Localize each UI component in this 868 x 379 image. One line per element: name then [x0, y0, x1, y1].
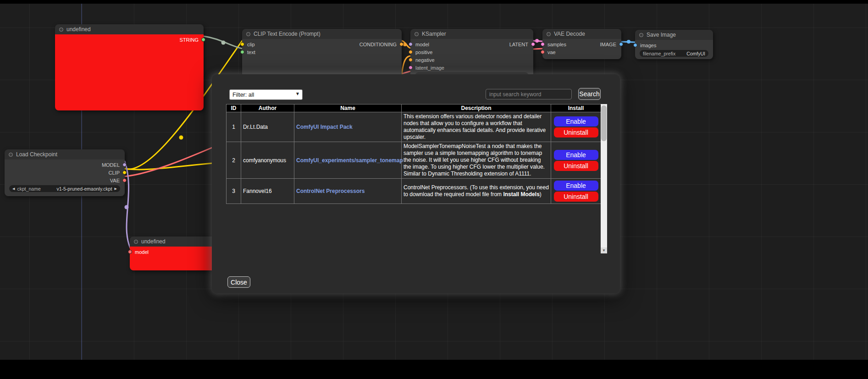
- node-title: undefined: [66, 26, 91, 33]
- extension-link[interactable]: ComfyUI_experiments/sampler_tonemap: [296, 157, 403, 164]
- collapse-dot-icon[interactable]: [9, 153, 13, 157]
- model-input-slot[interactable]: model: [128, 248, 149, 256]
- input-dot[interactable]: [409, 58, 413, 62]
- input-label: model: [415, 42, 429, 47]
- conditioning-output-slot[interactable]: CONDITIONING: [359, 40, 404, 48]
- clip-output-slot[interactable]: CLIP: [109, 169, 127, 176]
- extension-name-cell: ControlNet Preprocessors: [294, 179, 402, 204]
- output-dot[interactable]: [531, 42, 535, 46]
- collapse-dot-icon[interactable]: [547, 32, 551, 36]
- extension-author: Dr.Lt.Data: [241, 112, 294, 142]
- widget-label: ckpt_name: [17, 186, 40, 192]
- ckpt_name-widget[interactable]: ◀ckpt_namev1-5-pruned-emaonly.ckpt▶: [9, 185, 120, 192]
- input-label: latent_image: [415, 65, 444, 71]
- table-scrollbar[interactable]: ▼: [601, 104, 607, 253]
- column-header-name: Name: [294, 104, 402, 112]
- vae-input-slot[interactable]: vae: [541, 48, 556, 56]
- extension-id: 3: [227, 179, 241, 204]
- output-label: VAE: [110, 178, 120, 183]
- enable-button[interactable]: Enable: [554, 181, 598, 191]
- node-save-image[interactable]: Save Image imagesfilename_prefixComfyUI: [635, 30, 713, 59]
- uninstall-button[interactable]: Uninstall: [554, 127, 598, 137]
- filename_prefix-widget[interactable]: filename_prefixComfyUI: [640, 50, 708, 57]
- extension-author: comfyanonymous: [241, 142, 294, 179]
- node-body: imagesfilename_prefixComfyUI: [635, 40, 713, 59]
- scroll-down-arrow-icon[interactable]: ▼: [601, 247, 607, 253]
- extension-table-head-row: IDAuthorNameDescriptionInstall: [227, 104, 601, 112]
- output-dot[interactable]: [122, 170, 127, 175]
- collapse-dot-icon[interactable]: [639, 33, 643, 37]
- input-label: model: [135, 249, 149, 255]
- input-label: vae: [547, 49, 556, 55]
- node-header[interactable]: Load Checkpoint: [5, 149, 125, 159]
- input-dot[interactable]: [541, 50, 545, 54]
- node-header[interactable]: VAE Decode: [542, 29, 621, 39]
- extension-install-cell: EnableUninstall: [551, 112, 601, 142]
- search-input[interactable]: [486, 89, 572, 99]
- decrement-arrow-icon[interactable]: ◀: [12, 187, 15, 191]
- node-header[interactable]: undefined: [55, 24, 204, 34]
- vae-output-slot[interactable]: VAE: [110, 176, 127, 184]
- output-dot[interactable]: [122, 178, 127, 182]
- output-label: CLIP: [109, 170, 120, 176]
- negative-input-slot[interactable]: negative: [409, 56, 435, 64]
- output-dot[interactable]: [122, 163, 127, 167]
- input-dot[interactable]: [409, 50, 413, 54]
- output-label: CONDITIONING: [359, 42, 397, 47]
- model-input-slot[interactable]: model: [409, 40, 429, 48]
- collapse-dot-icon[interactable]: [415, 32, 419, 36]
- input-dot[interactable]: [633, 43, 637, 47]
- extension-id: 1: [227, 112, 241, 142]
- enable-button[interactable]: Enable: [554, 150, 598, 160]
- increment-arrow-icon[interactable]: ▶: [115, 187, 117, 191]
- scrollbar-thumb[interactable]: [601, 105, 607, 141]
- output-dot[interactable]: [201, 38, 205, 42]
- collapse-dot-icon[interactable]: [59, 27, 63, 32]
- uninstall-button[interactable]: Uninstall: [554, 161, 598, 171]
- output-dot[interactable]: [619, 42, 623, 46]
- extension-description: ModelSamplerTonemapNoiseTest a node that…: [402, 142, 551, 179]
- close-button[interactable]: Close: [227, 276, 250, 288]
- input-dot[interactable]: [128, 250, 132, 254]
- column-header-author: Author: [241, 104, 294, 112]
- input-dot[interactable]: [541, 42, 545, 46]
- collapse-dot-icon[interactable]: [246, 32, 250, 36]
- output-dot[interactable]: [399, 42, 404, 46]
- node-vae-decode[interactable]: VAE Decode samplesIMAGEvae: [542, 29, 621, 59]
- node-title: Save Image: [647, 32, 676, 38]
- extension-link[interactable]: ComfyUI Impact Pack: [296, 124, 353, 130]
- wire-midpoint-dot: [403, 43, 407, 46]
- text-input-slot[interactable]: text: [240, 48, 255, 56]
- node-header[interactable]: KSampler: [410, 29, 533, 39]
- node-undefined-top[interactable]: undefined STRING: [55, 24, 204, 110]
- clip-input-slot[interactable]: clip: [240, 40, 255, 48]
- string-output-slot[interactable]: STRING: [179, 36, 205, 44]
- input-dot[interactable]: [240, 42, 244, 46]
- latent_image-input-slot[interactable]: latent_image: [409, 64, 444, 71]
- input-dot[interactable]: [409, 66, 413, 70]
- image-output-slot[interactable]: IMAGE: [600, 40, 623, 48]
- node-header[interactable]: Save Image: [635, 30, 713, 40]
- collapse-dot-icon[interactable]: [134, 240, 138, 244]
- node-load-checkpoint[interactable]: Load Checkpoint MODELCLIPVAE◀ckpt_namev1…: [5, 149, 125, 196]
- node-header[interactable]: CLIP Text Encode (Prompt): [242, 29, 402, 39]
- search-button[interactable]: Search: [578, 88, 601, 100]
- latent-output-slot[interactable]: LATENT: [509, 40, 535, 48]
- node-title: undefined: [141, 238, 166, 245]
- wire-midpoint-dot: [627, 40, 630, 44]
- node-body: STRING: [55, 34, 204, 110]
- enable-button[interactable]: Enable: [554, 116, 598, 126]
- input-dot[interactable]: [240, 50, 244, 54]
- extension-link[interactable]: ControlNet Preprocessors: [296, 188, 365, 194]
- output-label: IMAGE: [600, 42, 616, 47]
- samples-input-slot[interactable]: samples: [541, 40, 566, 48]
- positive-input-slot[interactable]: positive: [409, 48, 432, 56]
- model-output-slot[interactable]: MODEL: [102, 161, 127, 169]
- extension-description: ControlNet Preprocessors. (To use this e…: [402, 179, 551, 204]
- uninstall-button[interactable]: Uninstall: [554, 192, 598, 202]
- input-label: images: [640, 43, 656, 48]
- images-input-slot[interactable]: images: [633, 41, 656, 49]
- input-dot[interactable]: [409, 42, 413, 46]
- filter-select[interactable]: Filter: all: [229, 89, 303, 100]
- extension-table: IDAuthorNameDescriptionInstall 1Dr.Lt.Da…: [226, 104, 601, 204]
